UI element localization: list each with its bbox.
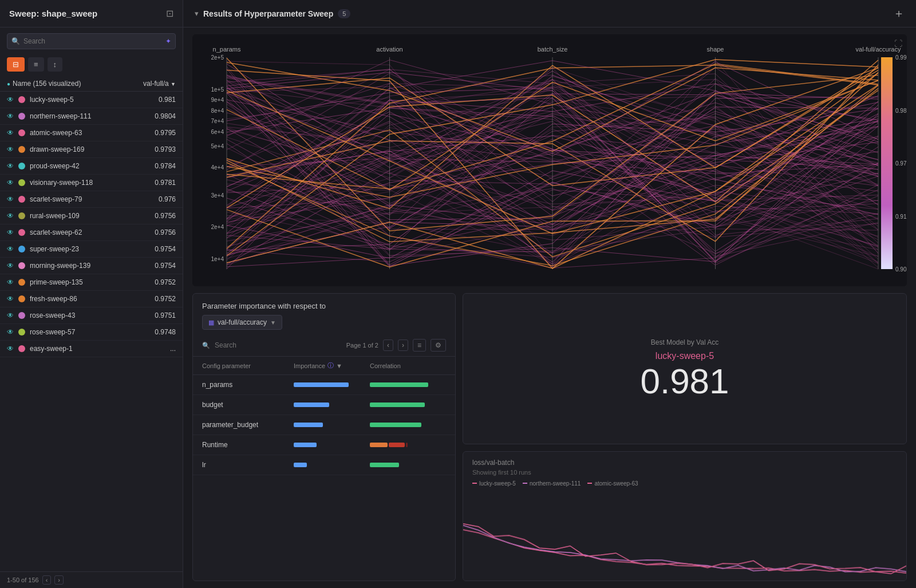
run-visibility-toggle[interactable]: 👁 (7, 311, 14, 319)
importance-bar-wrap (294, 443, 370, 447)
columns-button[interactable]: ≡ (28, 57, 44, 72)
main-header: ▾ Results of Hyperparameter Sweep 5 ＋ (183, 0, 916, 27)
run-value: 0.9751 (155, 311, 176, 319)
run-color-dot (18, 329, 25, 336)
param-panel-title: Parameter importance with respect to (202, 302, 446, 310)
search-input[interactable] (7, 33, 176, 49)
run-name: rose-sweep-43 (30, 311, 150, 319)
run-visibility-toggle[interactable]: 👁 (7, 96, 14, 104)
run-visibility-toggle[interactable]: 👁 (7, 162, 14, 170)
loss-chart-panel: loss/val-batch Showing first 10 runs luc… (463, 451, 907, 582)
importance-bar (294, 402, 329, 407)
loss-panel-header: loss/val-batch Showing first 10 runs (463, 452, 906, 478)
param-next-button[interactable]: › (398, 340, 408, 351)
param-name: lr (202, 461, 294, 469)
run-visibility-toggle[interactable]: 👁 (7, 228, 14, 236)
run-item[interactable]: 👁 easy-sweep-1 ... (0, 341, 183, 357)
run-item[interactable]: 👁 rural-sweep-109 0.9756 (0, 208, 183, 224)
run-item[interactable]: 👁 lucky-sweep-5 0.981 (0, 92, 183, 108)
run-item[interactable]: 👁 morning-sweep-139 0.9754 (0, 258, 183, 274)
run-value: 0.9754 (155, 245, 176, 253)
param-search-input[interactable] (215, 341, 342, 349)
run-color-dot (18, 345, 25, 352)
importance-bar-wrap (294, 423, 370, 427)
run-name: morning-sweep-139 (30, 262, 150, 270)
run-visibility-toggle[interactable]: 👁 (7, 129, 14, 137)
run-value: 0.9781 (155, 179, 176, 187)
run-value: 0.9754 (155, 262, 176, 270)
run-item[interactable]: 👁 northern-sweep-111 0.9804 (0, 108, 183, 125)
name-col-header[interactable]: ● Name (156 visualized) (7, 80, 81, 88)
legend-label: atomic-sweep-63 (594, 480, 638, 487)
importance-bar-wrap (294, 402, 370, 407)
run-visibility-toggle[interactable]: 👁 (7, 179, 14, 187)
run-item[interactable]: 👁 rose-sweep-57 0.9748 (0, 324, 183, 341)
legend-color (523, 483, 527, 484)
run-item[interactable]: 👁 visionary-sweep-118 0.9781 (0, 175, 183, 191)
run-item[interactable]: 👁 super-sweep-23 0.9754 (0, 241, 183, 258)
run-item[interactable]: 👁 proud-sweep-42 0.9784 (0, 158, 183, 175)
param-row: Runtime (193, 435, 455, 455)
metric-select[interactable]: ▦ val-full/accuracy ▼ (202, 315, 282, 330)
collapse-icon[interactable]: ▾ (195, 9, 199, 18)
run-item[interactable]: 👁 fresh-sweep-86 0.9752 (0, 291, 183, 307)
run-visibility-toggle[interactable]: 👁 (7, 345, 14, 353)
sidebar-toolbar: ⊟ ≡ ↕ (0, 55, 183, 77)
param-search-row: 🔍 Page 1 of 2 ‹ › ≡ ⚙ (193, 334, 455, 357)
run-visibility-toggle[interactable]: 👁 (7, 245, 14, 253)
run-item[interactable]: 👁 atomic-sweep-63 0.9795 (0, 125, 183, 141)
filter-button[interactable]: ⊟ (7, 57, 25, 72)
run-value: ... (170, 345, 176, 353)
chart-icon: ▦ (208, 319, 214, 326)
config-param-col: Config parameter (202, 361, 294, 370)
run-visibility-toggle[interactable]: 👁 (7, 262, 14, 270)
run-color-dot (18, 196, 25, 203)
sidebar-title: Sweep: shape_sweep (9, 9, 97, 18)
run-value: 0.9795 (155, 129, 176, 137)
main-content: ▾ Results of Hyperparameter Sweep 5 ＋ ⛶ … (183, 0, 916, 588)
run-item[interactable]: 👁 drawn-sweep-169 0.9793 (0, 141, 183, 158)
prev-page-button[interactable]: ‹ (42, 575, 52, 585)
run-visibility-toggle[interactable]: 👁 (7, 278, 14, 286)
param-settings-button[interactable]: ⚙ (431, 339, 446, 352)
param-table-header: Config parameter Importance ⓘ ▼ Correlat… (193, 357, 455, 375)
run-visibility-toggle[interactable]: 👁 (7, 295, 14, 303)
run-item[interactable]: 👁 rose-sweep-43 0.9751 (0, 307, 183, 324)
param-row: budget (193, 395, 455, 415)
fullscreen-icon[interactable]: ⛶ (894, 39, 902, 48)
sidebar-header: Sweep: shape_sweep ⊡ (0, 0, 183, 27)
run-value: 0.976 (159, 195, 176, 203)
importance-col[interactable]: Importance ⓘ ▼ (294, 361, 370, 370)
run-visibility-toggle[interactable]: 👁 (7, 145, 14, 153)
param-search-icon: 🔍 (202, 342, 210, 349)
run-item[interactable]: 👁 prime-sweep-135 0.9752 (0, 274, 183, 291)
next-page-button[interactable]: › (54, 575, 64, 585)
run-item[interactable]: 👁 scarlet-sweep-62 0.9756 (0, 224, 183, 241)
add-panel-button[interactable]: ＋ (893, 6, 905, 21)
run-visibility-toggle[interactable]: 👁 (7, 112, 14, 120)
param-name: n_params (202, 381, 294, 389)
importance-bar (294, 443, 317, 447)
param-row: lr (193, 455, 455, 475)
run-visibility-toggle[interactable]: 👁 (7, 195, 14, 203)
param-view-button[interactable]: ≡ (413, 339, 426, 352)
run-name: proud-sweep-42 (30, 162, 150, 170)
run-visibility-toggle[interactable]: 👁 (7, 212, 14, 220)
run-name: easy-sweep-1 (30, 345, 165, 353)
param-page-info: Page 1 of 2 (346, 342, 378, 349)
run-item[interactable]: 👁 scarlet-sweep-79 0.976 (0, 191, 183, 208)
run-value: 0.9756 (155, 212, 176, 220)
legend-item: northern-sweep-111 (523, 480, 581, 487)
run-color-dot (18, 262, 25, 269)
run-visibility-toggle[interactable]: 👁 (7, 328, 14, 336)
sort-button[interactable]: ↕ (48, 57, 63, 72)
run-name: scarlet-sweep-79 (30, 195, 154, 203)
val-col-header[interactable]: val-full/a ▼ (143, 80, 176, 88)
right-panels: Best Model by Val Acc lucky-sweep-5 0.98… (463, 293, 907, 581)
param-name: Runtime (202, 441, 294, 449)
best-model-title: Best Model by Val Acc (651, 338, 719, 346)
run-color-dot (18, 246, 25, 252)
param-prev-button[interactable]: ‹ (383, 340, 393, 351)
expand-sidebar-icon[interactable]: ⊡ (166, 8, 173, 19)
legend-color (587, 483, 592, 484)
